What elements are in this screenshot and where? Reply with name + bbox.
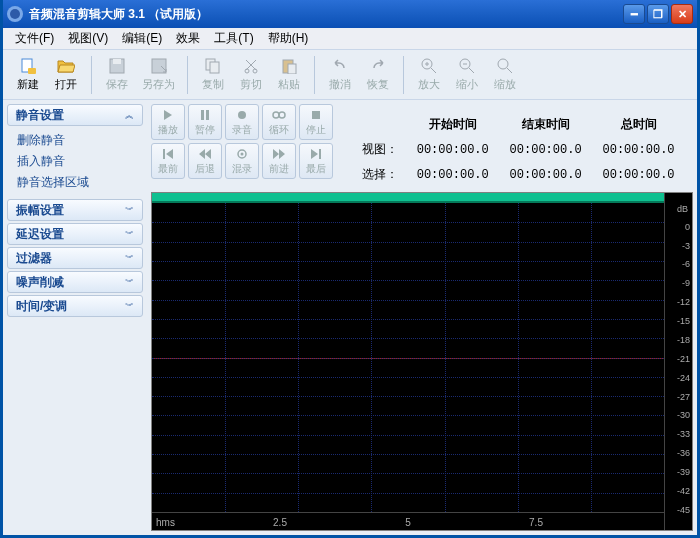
view-total: 00:00:00.0: [592, 137, 685, 162]
paste-icon: [280, 57, 298, 75]
copy-icon: [204, 57, 222, 75]
undo-icon: [331, 57, 349, 75]
zoom-out-icon: [458, 57, 476, 75]
menu-help[interactable]: 帮助(H): [262, 28, 315, 49]
svg-rect-10: [288, 64, 296, 74]
loop-button[interactable]: 循环: [262, 104, 296, 140]
cut-icon: [242, 57, 260, 75]
copy-button[interactable]: 复制: [196, 55, 230, 94]
sidebar: 静音设置︽ 删除静音 插入静音 静音选择区域 振幅设置︾ 延迟设置︾ 过滤器︾ …: [3, 100, 147, 535]
close-button[interactable]: ✕: [671, 4, 693, 24]
svg-rect-19: [312, 111, 320, 119]
svg-point-22: [241, 152, 244, 155]
chevron-down-icon: ︾: [125, 252, 134, 265]
svg-rect-6: [210, 62, 219, 73]
accordion-filter[interactable]: 过滤器︾: [7, 247, 143, 269]
svg-rect-23: [319, 149, 321, 159]
open-button[interactable]: 打开: [49, 55, 83, 94]
pause-button[interactable]: 暂停: [188, 104, 222, 140]
toolbar-separator: [314, 56, 315, 94]
waveform-grid: [152, 203, 664, 512]
svg-point-17: [273, 112, 279, 118]
transport-controls: 播放 暂停 录音 循环 停止 最前 后退 混录 前进 最后: [151, 104, 333, 187]
accordion-amplitude[interactable]: 振幅设置︾: [7, 199, 143, 221]
skip-first-icon: [163, 147, 173, 161]
sel-label: 选择：: [351, 162, 406, 187]
play-button[interactable]: 播放: [151, 104, 185, 140]
app-window: 音频混音剪辑大师 3.1 （试用版） ━ ❐ ✕ 文件(F) 视图(V) 编辑(…: [0, 0, 700, 538]
sidebar-item-insert-silence[interactable]: 插入静音: [17, 153, 143, 170]
save-button[interactable]: 保存: [100, 55, 134, 94]
folder-open-icon: [57, 57, 75, 75]
zoom-fit-icon: [496, 57, 514, 75]
saveas-button[interactable]: 另存为: [138, 55, 179, 94]
view-start: 00:00:00.0: [406, 137, 499, 162]
first-button[interactable]: 最前: [151, 143, 185, 179]
chevron-down-icon: ︾: [125, 276, 134, 289]
sidebar-item-mute-selection[interactable]: 静音选择区域: [17, 174, 143, 191]
svg-rect-14: [201, 110, 204, 120]
record-button[interactable]: 录音: [225, 104, 259, 140]
window-buttons: ━ ❐ ✕: [623, 4, 693, 24]
svg-rect-4: [152, 59, 166, 73]
last-button[interactable]: 最后: [299, 143, 333, 179]
chevron-down-icon: ︾: [125, 204, 134, 217]
stop-button[interactable]: 停止: [299, 104, 333, 140]
zoomout-button[interactable]: 缩小: [450, 55, 484, 94]
toolbar-separator: [403, 56, 404, 94]
view-label: 视图：: [351, 137, 406, 162]
undo-button[interactable]: 撤消: [323, 55, 357, 94]
sel-end: 00:00:00.0: [499, 162, 592, 187]
accordion-silence[interactable]: 静音设置︽: [7, 104, 143, 126]
toolbar: 新建 打开 保存 另存为 复制 剪切 粘贴 撤消 恢复 放大 缩小 缩放: [3, 50, 697, 100]
chevron-down-icon: ︾: [125, 300, 134, 313]
zoom-in-icon: [420, 57, 438, 75]
time-info: 开始时间结束时间总时间 视图：00:00:00.000:00:00.000:00…: [343, 104, 693, 187]
file-new-icon: [19, 57, 37, 75]
chevron-down-icon: ︾: [125, 228, 134, 241]
menu-effects[interactable]: 效果: [170, 28, 206, 49]
menu-file[interactable]: 文件(F): [9, 28, 60, 49]
pause-icon: [200, 108, 210, 122]
play-icon: [163, 108, 173, 122]
loop-icon: [272, 108, 286, 122]
timeline-bar[interactable]: [152, 193, 664, 203]
db-scale: dB 0-3-6-9-12-15-18-21-24-27-30-33-36-39…: [664, 193, 692, 530]
toolbar-separator: [91, 56, 92, 94]
menu-view[interactable]: 视图(V): [62, 28, 114, 49]
paste-button[interactable]: 粘贴: [272, 55, 306, 94]
cut-button[interactable]: 剪切: [234, 55, 268, 94]
svg-point-18: [279, 112, 285, 118]
svg-rect-20: [163, 149, 165, 159]
time-scale: hms 2.557.5: [152, 512, 664, 530]
toolbar-separator: [187, 56, 188, 94]
app-icon: [7, 6, 23, 22]
sel-start: 00:00:00.0: [406, 162, 499, 187]
zoomin-button[interactable]: 放大: [412, 55, 446, 94]
main-panel: 播放 暂停 录音 循环 停止 最前 后退 混录 前进 最后: [147, 100, 697, 535]
titlebar: 音频混音剪辑大师 3.1 （试用版） ━ ❐ ✕: [3, 0, 697, 28]
mix-button[interactable]: 混录: [225, 143, 259, 179]
maximize-button[interactable]: ❐: [647, 4, 669, 24]
minimize-button[interactable]: ━: [623, 4, 645, 24]
zoomfit-button[interactable]: 缩放: [488, 55, 522, 94]
svg-rect-3: [113, 59, 121, 64]
new-button[interactable]: 新建: [11, 55, 45, 94]
rewind-icon: [199, 147, 211, 161]
chevron-up-icon: ︽: [125, 109, 134, 122]
accordion-time[interactable]: 时间/变调︾: [7, 295, 143, 317]
forward-button[interactable]: 前进: [262, 143, 296, 179]
skip-last-icon: [311, 147, 321, 161]
fastforward-icon: [273, 147, 285, 161]
waveform-display[interactable]: hms 2.557.5 dB 0-3-6-9-12-15-18-21-24-27…: [151, 192, 693, 531]
total-time-header: 总时间: [592, 112, 685, 137]
start-time-header: 开始时间: [406, 112, 499, 137]
sidebar-item-delete-silence[interactable]: 删除静音: [17, 132, 143, 149]
redo-button[interactable]: 恢复: [361, 55, 395, 94]
back-button[interactable]: 后退: [188, 143, 222, 179]
accordion-noise[interactable]: 噪声削减︾: [7, 271, 143, 293]
menu-tools[interactable]: 工具(T): [208, 28, 259, 49]
accordion-delay[interactable]: 延迟设置︾: [7, 223, 143, 245]
menu-edit[interactable]: 编辑(E): [116, 28, 168, 49]
window-title: 音频混音剪辑大师 3.1 （试用版）: [29, 6, 623, 23]
